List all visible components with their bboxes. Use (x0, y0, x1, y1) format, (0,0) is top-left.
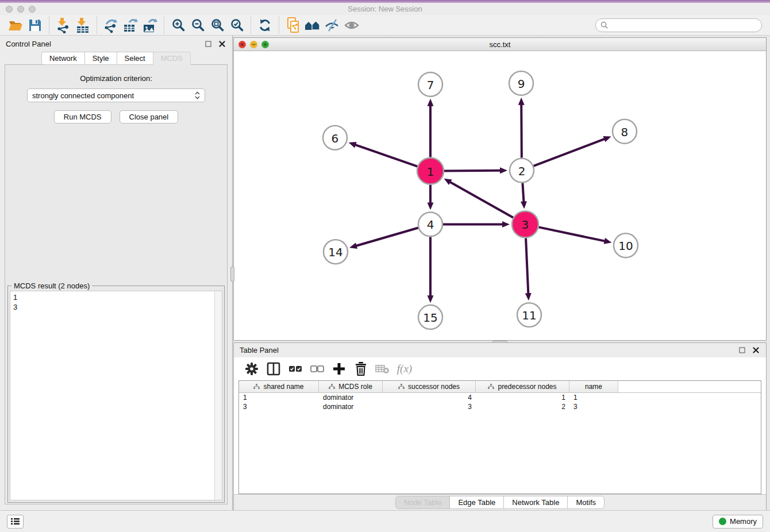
memory-status-dot (719, 518, 726, 525)
control-panel: Control Panel Network Style Select MCDS … (0, 36, 233, 510)
zoom-fit-icon[interactable] (207, 16, 227, 34)
table-cell: 1 (239, 393, 319, 402)
first-neighbors-icon[interactable] (303, 16, 322, 34)
hide-selected-icon[interactable] (322, 16, 342, 34)
zoom-in-icon[interactable] (168, 16, 188, 34)
table-row[interactable]: 1dominator411 (239, 393, 761, 402)
table-tabstrip: Node Table Edge Table Network Table Moti… (234, 494, 766, 510)
graph-edge-4-14[interactable] (356, 228, 418, 246)
open-folder-icon[interactable] (6, 16, 25, 34)
network-canvas[interactable]: 7968124314101511 (234, 51, 766, 340)
memory-button[interactable]: Memory (713, 515, 763, 529)
save-icon[interactable] (25, 16, 45, 34)
tab-mcds[interactable]: MCDS (153, 52, 191, 65)
edge-arrowhead-icon (518, 98, 525, 105)
graph-node-label: 8 (621, 125, 629, 139)
graph-node-label: 2 (518, 164, 526, 178)
float-panel-icon[interactable] (203, 39, 213, 48)
toolbar-separator (97, 17, 97, 34)
table-row[interactable]: 3dominator323 (239, 402, 761, 411)
export-table-icon[interactable] (121, 16, 140, 34)
mcds-result-text[interactable]: 13 (10, 291, 214, 500)
optimization-criterion-dropdown[interactable]: strongly connected component (27, 88, 205, 102)
graph-node-label: 11 (522, 309, 536, 322)
graph-edge-2-9[interactable] (521, 104, 522, 158)
copy-network-icon[interactable] (283, 16, 303, 34)
optimization-criterion-label: Optimization criterion: (80, 74, 152, 83)
table-cell: 4 (383, 393, 476, 402)
delete-column-icon[interactable] (351, 360, 371, 378)
export-image-icon[interactable] (140, 16, 160, 34)
table-cell: 2 (476, 402, 569, 411)
toolbar-separator (164, 17, 164, 34)
window-titlebar: Session: New Session (0, 3, 770, 15)
column-header-successor-nodes[interactable]: successor nodes (383, 381, 476, 392)
table-panel: Table Panel (233, 342, 767, 510)
task-list-button[interactable] (7, 515, 24, 529)
refresh-layout-icon[interactable] (255, 16, 275, 34)
dropdown-value: strongly connected component (32, 91, 195, 100)
import-network-icon[interactable] (53, 16, 73, 34)
add-column-icon[interactable] (329, 360, 349, 378)
search-input[interactable] (611, 21, 757, 29)
zoom-selected-icon[interactable] (227, 16, 247, 34)
table-panel-title: Table Panel (240, 346, 733, 354)
tab-node-table[interactable]: Node Table (395, 496, 451, 509)
panel-splitter-grip[interactable] (230, 267, 234, 282)
network-window-titlebar: scc.txt (234, 38, 766, 51)
close-table-panel-icon[interactable] (751, 346, 760, 355)
tab-network[interactable]: Network (41, 52, 85, 65)
unselect-all-icon[interactable] (307, 360, 327, 378)
graph-edge-3-11[interactable] (526, 238, 528, 294)
float-table-panel-icon[interactable] (737, 346, 746, 355)
graph-edge-3-10[interactable] (538, 227, 605, 241)
function-builder-icon[interactable]: f(x) (395, 360, 414, 378)
zoom-out-icon[interactable] (188, 16, 207, 34)
column-header-name[interactable]: name (569, 381, 618, 392)
select-all-icon[interactable] (286, 360, 305, 378)
tab-select[interactable]: Select (117, 52, 153, 65)
graph-edge-1-2[interactable] (444, 171, 501, 171)
export-network-icon[interactable] (101, 16, 121, 34)
tree-icon (329, 384, 335, 390)
graph-edge-1-6[interactable] (355, 145, 417, 167)
mcds-result-box: MCDS result (2 nodes) 13 (7, 286, 225, 503)
show-all-icon[interactable] (342, 16, 361, 34)
graph-node-label: 14 (328, 245, 342, 259)
graph-node-label: 3 (522, 218, 529, 232)
tab-network-table[interactable]: Network Table (503, 496, 568, 509)
search-box[interactable] (595, 18, 762, 32)
close-panel-button[interactable]: Close panel (120, 110, 179, 124)
table-toolbar: f(x) (234, 357, 766, 380)
run-mcds-button[interactable]: Run MCDS (54, 110, 111, 124)
tab-style[interactable]: Style (84, 52, 117, 65)
dropdown-stepper-icon (195, 91, 200, 99)
table-cell: 3 (239, 402, 319, 411)
column-header-shared-name[interactable]: shared name (239, 381, 319, 392)
show-columns-icon[interactable] (264, 360, 283, 378)
table-settings-gear-icon[interactable] (242, 360, 261, 378)
tab-motifs[interactable]: Motifs (567, 496, 605, 509)
tab-edge-table[interactable]: Edge Table (449, 496, 504, 509)
graph-node-label: 6 (332, 132, 339, 145)
column-header-predecessor-nodes[interactable]: predecessor nodes (476, 381, 569, 392)
control-panel-title: Control Panel (6, 40, 199, 48)
table-cell: 3 (569, 402, 618, 411)
memory-label: Memory (730, 517, 757, 526)
graph-edge-3-1[interactable] (449, 182, 513, 217)
table-body: 1dominator4113dominator323 (239, 393, 761, 411)
graph-edge-2-8[interactable] (534, 138, 606, 165)
import-table-icon[interactable] (73, 16, 93, 34)
graph-node-label: 10 (618, 239, 633, 253)
edge-arrowhead-icon (349, 142, 357, 148)
mcds-result-scrollbar[interactable] (214, 291, 222, 500)
column-header-mcds-role[interactable]: MCDS role (319, 381, 383, 392)
close-panel-icon[interactable] (217, 39, 226, 48)
delete-table-icon[interactable] (373, 360, 392, 378)
tree-icon (488, 384, 494, 390)
edge-arrowhead-icon (428, 99, 434, 106)
graph-edge-2-3[interactable] (522, 183, 523, 202)
edge-arrowhead-icon (603, 136, 611, 142)
table-cell: 1 (476, 393, 569, 402)
edge-arrowhead-icon (500, 167, 507, 174)
